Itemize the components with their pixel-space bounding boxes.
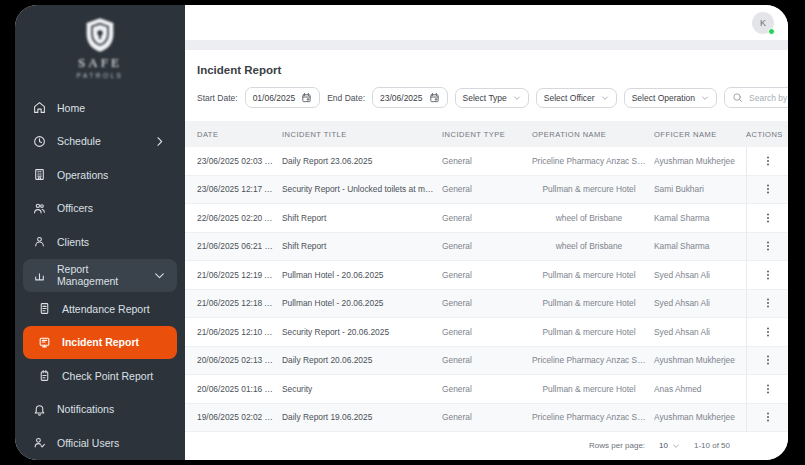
row-operation-name: Priceline Pharmacy Anzac Square xyxy=(532,412,654,422)
main-area: K Incident Report Start Date: 01/06/2025… xyxy=(185,5,788,460)
row-actions-menu-button[interactable] xyxy=(756,352,780,368)
row-incident-title: Pullman Hotel - 20.06.2025 xyxy=(282,298,442,308)
row-incident-title: Daily Report 23.06.2025 xyxy=(282,156,442,166)
row-operation-name: Priceline Pharmacy Anzac Square xyxy=(532,355,654,365)
row-date: 22/06/2025 02:20 AM xyxy=(197,213,282,223)
incident-report-icon xyxy=(38,335,52,349)
table-column-header: OFFICER NAME xyxy=(654,130,746,139)
row-incident-type: General xyxy=(442,384,532,394)
kebab-menu-icon xyxy=(762,155,774,167)
avatar-initial: K xyxy=(760,18,766,28)
document-icon xyxy=(38,302,52,316)
end-date-value: 23/06/2025 xyxy=(380,93,423,103)
kebab-menu-icon xyxy=(762,269,774,281)
calendar-icon xyxy=(301,92,312,103)
table-column-header: INCIDENT TITLE xyxy=(282,130,442,139)
row-operation-name: Pullman & mercure Hotel xyxy=(532,384,654,394)
table-header: DATEINCIDENT TITLEINCIDENT TYPEOPERATION… xyxy=(185,121,788,147)
caret-down-icon xyxy=(672,442,680,450)
sidebar-item-notifications[interactable]: Notifications xyxy=(23,393,177,427)
row-actions-cell xyxy=(746,318,788,346)
user-avatar[interactable]: K xyxy=(752,12,774,34)
sidebar-item-official-users[interactable]: Official Users xyxy=(23,426,177,460)
type-select[interactable]: Select Type xyxy=(455,88,529,108)
table-row[interactable]: 20/06/2025 02:13 PM Daily Report 20.06.2… xyxy=(185,347,788,376)
sidebar-item-incident-report[interactable]: Incident Report xyxy=(23,326,177,360)
row-actions-menu-button[interactable] xyxy=(756,238,780,254)
row-officer-name: Ayushman Mukherjee xyxy=(654,156,746,166)
chevron-down-icon xyxy=(153,268,167,282)
row-incident-title: Security Report - 20.06.2025 xyxy=(282,327,442,337)
search-input[interactable] xyxy=(749,93,788,103)
sidebar-item-label: Check Point Report xyxy=(62,370,153,382)
start-date-input[interactable]: 01/06/2025 xyxy=(245,87,321,108)
content-panel: Incident Report Start Date: 01/06/2025 E… xyxy=(185,50,788,460)
sidebar-item-label: Notifications xyxy=(57,403,114,415)
rows-per-page-select[interactable]: 10 xyxy=(659,441,680,450)
row-actions-cell xyxy=(746,347,788,375)
row-actions-menu-button[interactable] xyxy=(756,153,780,169)
table-column-header: ACTIONS xyxy=(746,130,788,139)
user-check-icon xyxy=(33,436,47,450)
table-row[interactable]: 21/06/2025 06:21 PM Shift Report General… xyxy=(185,233,788,262)
sidebar-item-home[interactable]: Home xyxy=(23,91,177,125)
sidebar-item-attendance-report[interactable]: Attendance Report xyxy=(23,292,177,326)
row-operation-name: wheel of Brisbane xyxy=(532,213,654,223)
row-actions-menu-button[interactable] xyxy=(756,267,780,283)
table-row[interactable]: 21/06/2025 12:10 AM Security Report - 20… xyxy=(185,318,788,347)
table-column-header: OPERATION NAME xyxy=(532,130,654,139)
search-box xyxy=(724,87,788,108)
start-date-label: Start Date: xyxy=(197,93,238,103)
table-row[interactable]: 23/06/2025 02:03 PM Daily Report 23.06.2… xyxy=(185,147,788,176)
row-actions-menu-button[interactable] xyxy=(756,210,780,226)
table-body: 23/06/2025 02:03 PM Daily Report 23.06.2… xyxy=(185,147,788,432)
type-select-value: Select Type xyxy=(463,93,507,103)
kebab-menu-icon xyxy=(762,354,774,366)
row-actions-menu-button[interactable] xyxy=(756,409,780,425)
row-officer-name: Kamal Sharma xyxy=(654,213,746,223)
kebab-menu-icon xyxy=(762,183,774,195)
row-actions-cell xyxy=(746,147,788,175)
checkpoint-icon xyxy=(38,369,52,383)
officers-icon xyxy=(33,201,47,215)
table-row[interactable]: 22/06/2025 02:20 AM Shift Report General… xyxy=(185,204,788,233)
row-operation-name: wheel of Brisbane xyxy=(532,241,654,251)
table-row[interactable]: 19/06/2025 02:02 PM Daily Report 19.06.2… xyxy=(185,404,788,433)
row-actions-menu-button[interactable] xyxy=(756,295,780,311)
operation-select[interactable]: Select Operation xyxy=(624,88,717,108)
online-status-dot xyxy=(768,28,775,35)
row-actions-menu-button[interactable] xyxy=(756,181,780,197)
app-window: SAFE PATROLS Home Schedule Operations xyxy=(15,5,788,460)
sidebar-item-operations[interactable]: Operations xyxy=(23,158,177,192)
row-operation-name: Pullman & mercure Hotel xyxy=(532,298,654,308)
bar-chart-icon xyxy=(33,268,47,282)
bell-icon xyxy=(33,402,47,416)
end-date-input[interactable]: 23/06/2025 xyxy=(372,87,448,108)
caret-down-icon xyxy=(701,94,709,102)
row-operation-name: Pullman & mercure Hotel xyxy=(532,327,654,337)
sidebar-item-officers[interactable]: Officers xyxy=(23,192,177,226)
row-officer-name: Syed Ahsan Ali xyxy=(654,327,746,337)
row-incident-title: Shift Report xyxy=(282,241,442,251)
sidebar-item-check-point-report[interactable]: Check Point Report xyxy=(23,359,177,393)
sidebar-item-schedule[interactable]: Schedule xyxy=(23,125,177,159)
table-row[interactable]: 20/06/2025 01:16 PM Security General Pul… xyxy=(185,375,788,404)
start-date-value: 01/06/2025 xyxy=(253,93,296,103)
row-date: 23/06/2025 12:17 AM xyxy=(197,184,282,194)
kebab-menu-icon xyxy=(762,240,774,252)
row-actions-cell xyxy=(746,233,788,261)
sidebar-item-label: Schedule xyxy=(57,135,101,147)
row-actions-menu-button[interactable] xyxy=(756,324,780,340)
row-officer-name: Ayushman Mukherjee xyxy=(654,355,746,365)
sidebar-item-report-management[interactable]: Report Management xyxy=(23,259,177,293)
table-row[interactable]: 23/06/2025 12:17 AM Security Report - Un… xyxy=(185,176,788,205)
table-row[interactable]: 21/06/2025 12:18 AM Pullman Hotel - 20.0… xyxy=(185,290,788,319)
sidebar-item-label: Officers xyxy=(57,202,93,214)
table-row[interactable]: 21/06/2025 12:19 AM Pullman Hotel - 20.0… xyxy=(185,261,788,290)
row-actions-menu-button[interactable] xyxy=(756,381,780,397)
kebab-menu-icon xyxy=(762,297,774,309)
sidebar-item-clients[interactable]: Clients xyxy=(23,225,177,259)
row-date: 19/06/2025 02:02 PM xyxy=(197,412,282,422)
operation-select-value: Select Operation xyxy=(632,93,695,103)
officer-select[interactable]: Select Officer xyxy=(536,88,617,108)
